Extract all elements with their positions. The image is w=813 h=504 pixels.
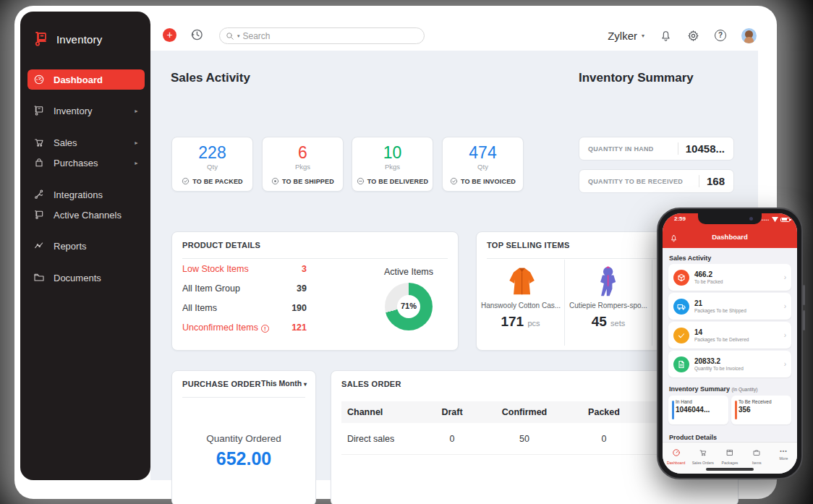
sidebar: Inventory Dashboard Inventory ► Sale (20, 12, 150, 480)
sidebar-item-purchases[interactable]: Purchases ► (27, 153, 145, 172)
nav-label: Packages (716, 461, 743, 465)
signal-dots-icon: •••• (762, 218, 770, 222)
minus-circle-icon (357, 177, 365, 185)
sidebar-item-label: Reports (54, 241, 139, 252)
check-circle-icon (450, 177, 458, 185)
mobile-to-be-invoiced-card[interactable]: 20833.2 Quantity To be Invoiced › (668, 351, 791, 377)
top-selling-item[interactable]: Hanswooly Cotton Cas... 171 pcs (477, 260, 564, 346)
metric-value: 10 (352, 143, 433, 163)
metric-value: 474 (443, 143, 523, 163)
item-qty: 45 (592, 314, 607, 329)
user-avatar[interactable] (741, 28, 757, 43)
cardigan-product-image (477, 265, 564, 299)
sidebar-item-active-channels[interactable]: Active Channels (27, 205, 145, 224)
nav-label: More (770, 456, 797, 461)
row-value: 3 (302, 264, 307, 276)
chevron-right-icon: ► (134, 161, 139, 166)
check-circle-icon (182, 177, 190, 185)
to-be-packed-card[interactable]: 228 Qty TO BE PACKED (171, 137, 253, 192)
all-item-group-row[interactable]: All Item Group 39 (182, 283, 307, 296)
sidebar-item-dashboard[interactable]: Dashboard (27, 69, 145, 90)
nav-label: Dashboard (663, 461, 689, 465)
quick-create-button[interactable]: + (163, 28, 176, 42)
metric-label: TO BE DELIVERED (367, 178, 428, 185)
mobile-status-icons: •••• (762, 217, 790, 222)
settings-gear-icon[interactable] (687, 30, 699, 42)
low-stock-items-row[interactable]: Low Stock Items 3 (182, 264, 307, 276)
search-input[interactable] (243, 31, 418, 41)
inventory-summary-title: Inventory Summary (579, 71, 694, 85)
sidebar-item-inventory[interactable]: Inventory ► (27, 101, 145, 120)
topbar: + ▾ Zylker ▾ ? (150, 20, 777, 51)
mobile-to-be-packed-card[interactable]: 466.2 To be Packed › (668, 264, 791, 291)
mobile-to-be-shipped-card[interactable]: 21 Packages To be Shipped › (668, 293, 791, 320)
search-icon (226, 32, 234, 40)
col-packed: Packed (567, 407, 641, 417)
chevron-right-icon: › (784, 331, 786, 339)
panel-title: PURCHASE ORDER (182, 380, 261, 388)
info-icon[interactable]: ! (261, 325, 269, 333)
search-bar: ▾ (219, 27, 425, 44)
nav-label: Sales Orders (689, 461, 716, 465)
sidebar-item-documents[interactable]: Documents (27, 268, 145, 287)
sidebar-item-sales[interactable]: Sales ► (27, 133, 145, 152)
to-be-shipped-card[interactable]: 6 Pkgs TO BE SHIPPED (262, 137, 344, 192)
col-confirmed: Confirmed (482, 407, 567, 417)
mobile-sales-activity-title: Sales Activity (669, 255, 711, 262)
sidebar-item-reports[interactable]: Reports (27, 236, 145, 255)
reports-icon (33, 240, 45, 252)
mobile-to-be-delivered-card[interactable]: 14 Packages To be Delivered › (668, 322, 791, 349)
quantity-ordered-value: 652.00 (172, 448, 315, 469)
sidebar-item-integrations[interactable]: Integrations (27, 185, 145, 204)
card-label: Quantity To be Invoiced (694, 366, 779, 371)
app-title: Inventory (56, 33, 103, 46)
package-icon (725, 448, 734, 457)
mobile-to-be-received-card[interactable]: To Be Received 356 (731, 396, 791, 424)
purchase-order-period-dropdown[interactable]: This Month ▾ (261, 379, 307, 388)
org-name: Zylker (608, 30, 637, 42)
nav-more[interactable]: ••• More (770, 443, 797, 474)
notifications-bell-icon[interactable] (660, 30, 672, 42)
panel-title: PRODUCT DETAILS (182, 241, 260, 249)
sidebar-item-label: Integrations (54, 189, 139, 200)
phone-screen: 2:59 •••• Dashboard Sales Activity 466.2… (663, 213, 797, 474)
metric-value: 228 (172, 143, 252, 163)
quantity-to-be-received-row[interactable]: QUANTITY TO BE RECEIVED 168 (579, 169, 734, 193)
metric-value: 6 (263, 143, 343, 163)
all-items-row[interactable]: All Items 190 (182, 303, 307, 315)
summary-label: In Hand (676, 399, 724, 404)
metric-unit: Qty (443, 163, 523, 171)
nav-dashboard[interactable]: Dashboard (663, 443, 689, 474)
sidebar-item-label: Purchases (54, 158, 125, 168)
row-value: 39 (297, 283, 307, 296)
cell-draft: 0 (422, 434, 482, 444)
summary-value: 168 (699, 175, 725, 187)
item-qty: 171 (501, 314, 524, 329)
metric-unit: Pkgs (352, 163, 433, 171)
unconfirmed-items-row[interactable]: Unconfirmed Items! 121 (182, 323, 307, 335)
to-be-invoiced-card[interactable]: 474 Qty TO BE INVOICED (442, 137, 524, 192)
donut-chart[interactable]: 71% (385, 283, 433, 330)
chevron-right-icon: › (784, 273, 786, 281)
recent-history-icon[interactable] (190, 27, 204, 42)
phone-notch (698, 213, 762, 224)
mobile-page-title: Dashboard (663, 233, 797, 241)
sidebar-item-label: Documents (54, 273, 139, 283)
home-indicator[interactable] (706, 468, 754, 471)
chevron-right-icon: › (784, 360, 786, 368)
top-selling-item[interactable]: Cutiepie Rompers-spo... 45 sets (564, 260, 652, 346)
card-value: 21 (694, 299, 779, 307)
dashboard-icon (33, 74, 45, 85)
help-icon[interactable]: ? (715, 30, 726, 41)
search-scope-caret-icon[interactable]: ▾ (237, 33, 240, 39)
quantity-in-hand-row[interactable]: QUANTITY IN HAND 10458... (579, 137, 734, 161)
active-channels-icon (33, 209, 45, 221)
org-switcher[interactable]: Zylker ▾ (608, 30, 644, 42)
purchases-icon (33, 157, 45, 168)
sales-icon (33, 137, 45, 148)
app-logo: Inventory (32, 30, 103, 48)
to-be-delivered-card[interactable]: 10 Pkgs TO BE DELIVERED (352, 137, 433, 192)
chevron-right-icon: ► (134, 108, 139, 114)
metric-unit: Pkgs (263, 163, 343, 171)
mobile-in-hand-card[interactable]: In Hand 1046044... (668, 396, 728, 424)
